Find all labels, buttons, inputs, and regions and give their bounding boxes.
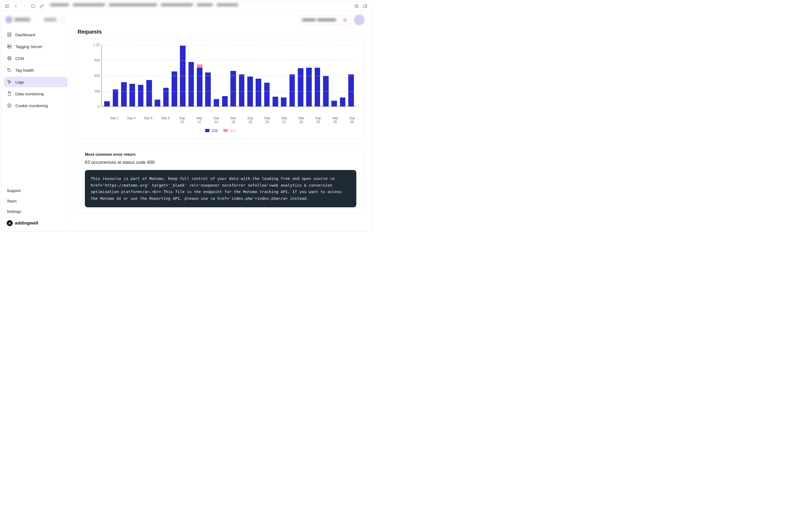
bar[interactable]	[298, 68, 303, 106]
topbar	[70, 11, 371, 29]
server-icon	[7, 44, 12, 49]
svg-point-18	[8, 69, 9, 69]
cookie-icon	[7, 103, 12, 108]
reload-icon[interactable]	[30, 3, 36, 9]
x-tick-label: Sep 18	[246, 116, 254, 124]
x-tick-label: Sep 8	[161, 116, 169, 124]
sidebar-item-tagging-server[interactable]: Tagging Server	[3, 41, 68, 52]
browser-toolbar	[1, 1, 371, 11]
sidebar-item-cookie-monitoring[interactable]: Cookie monitoring	[3, 100, 68, 111]
sidebar: Dashboard Tagging Server CDN Tag health …	[1, 11, 70, 231]
bar[interactable]	[121, 82, 127, 106]
error-body: This resource is part of Matomo. Keep fu…	[85, 170, 356, 207]
x-tick-label: Sep 6	[144, 116, 153, 124]
svg-rect-10	[10, 35, 11, 37]
address-bar[interactable]	[50, 3, 348, 9]
svg-point-24	[9, 106, 9, 106]
bar[interactable]	[155, 100, 160, 106]
brand-name: addingwell	[15, 220, 39, 226]
bar[interactable]	[230, 71, 236, 106]
bar[interactable]	[255, 79, 261, 107]
panel-icon[interactable]	[362, 3, 368, 9]
y-tick-label: 1.2K	[93, 43, 100, 47]
clipboard-icon	[7, 91, 12, 97]
svg-point-21	[7, 104, 11, 107]
sidebar-item-label: CDN	[15, 56, 24, 61]
sidebar-nav: Dashboard Tagging Server CDN Tag health …	[3, 29, 68, 111]
x-tick-label: Sep 20	[263, 116, 272, 124]
sidebar-item-label: Logs	[15, 80, 24, 84]
sidebar-item-logs[interactable]: Logs	[3, 76, 68, 87]
requests-chart: 03006009001.2K	[85, 45, 356, 115]
bar[interactable]	[315, 68, 321, 106]
svg-rect-0	[6, 5, 9, 7]
y-tick-label: 0	[98, 105, 100, 109]
bar[interactable]	[239, 74, 245, 106]
bar[interactable]	[205, 72, 211, 107]
sidebar-item-data-monitoring[interactable]: Data monitoring	[3, 88, 68, 99]
sidebar-link-team[interactable]: Team	[6, 196, 65, 206]
link-icon[interactable]	[39, 3, 45, 9]
bar[interactable]	[163, 88, 169, 106]
bar[interactable]	[348, 74, 354, 106]
svg-rect-9	[7, 35, 9, 37]
back-icon[interactable]	[13, 3, 19, 9]
bar[interactable]	[172, 71, 177, 106]
svg-rect-5	[363, 5, 367, 7]
bar[interactable]	[331, 101, 337, 106]
addingwell-logo-icon: A	[7, 220, 13, 226]
forward-icon	[21, 3, 27, 9]
sidebar-item-label: Data monitoring	[15, 92, 44, 96]
workspace-switcher[interactable]	[3, 15, 68, 27]
bar[interactable]	[147, 80, 152, 106]
avatar[interactable]	[354, 14, 365, 25]
x-tick-label: Sep 26	[314, 116, 323, 124]
error-heading: Most common error return	[85, 152, 356, 157]
bar[interactable]	[273, 97, 278, 106]
x-tick-label: Sep 4	[127, 116, 135, 124]
legend-4xx: 4xx	[223, 128, 236, 133]
bar[interactable]	[188, 62, 194, 106]
sidebar-item-label: Tag health	[15, 68, 34, 72]
bar[interactable]	[129, 84, 135, 106]
svg-rect-7	[7, 33, 9, 34]
error-summary: 63 occurrences at status code 400	[85, 160, 356, 165]
y-tick-label: 300	[95, 90, 100, 93]
bar[interactable]	[306, 68, 312, 106]
x-tick-label: Sep 16	[229, 116, 238, 124]
sidebar-link-support[interactable]: Support	[6, 186, 65, 195]
bar[interactable]	[281, 98, 287, 106]
tag-icon	[7, 67, 12, 73]
bar[interactable]	[222, 96, 228, 106]
x-tick-label: Sep 12	[195, 116, 204, 124]
sidebar-item-tag-health[interactable]: Tag health	[3, 65, 68, 75]
filter-pill[interactable]	[299, 15, 350, 25]
x-tick-label: Sep 22	[280, 116, 288, 124]
globe-icon	[7, 56, 12, 61]
dashboard-icon	[7, 32, 12, 37]
menu-icon[interactable]	[353, 3, 360, 9]
sidebar-item-label: Cookie monitoring	[15, 103, 48, 108]
x-tick-label: Sep 24	[297, 116, 305, 124]
bar[interactable]	[340, 98, 346, 106]
sidebar-item-dashboard[interactable]: Dashboard	[3, 29, 68, 40]
clear-filter-icon[interactable]	[343, 18, 347, 22]
bar[interactable]	[104, 101, 110, 106]
bar[interactable]	[138, 85, 143, 107]
search-icon	[60, 17, 65, 22]
svg-point-14	[8, 47, 9, 48]
requests-chart-card: 03006009001.2K Sep 2Sep 4Sep 6Sep 8Sep 1…	[77, 39, 363, 139]
bar[interactable]	[289, 74, 295, 106]
svg-point-22	[9, 105, 9, 106]
bar[interactable]	[214, 99, 219, 106]
sidebar-item-cdn[interactable]: CDN	[3, 53, 68, 64]
error-panel: Most common error return 63 occurrences …	[77, 146, 363, 214]
y-tick-label: 600	[95, 74, 100, 77]
sidebar-toggle-icon[interactable]	[4, 3, 10, 9]
x-tick-label: Sep 10	[178, 116, 187, 124]
bar[interactable]	[197, 64, 202, 106]
bar[interactable]	[264, 83, 270, 106]
sidebar-link-settings[interactable]: Settings	[6, 207, 65, 216]
svg-rect-2	[355, 5, 358, 7]
bar[interactable]	[113, 90, 118, 106]
